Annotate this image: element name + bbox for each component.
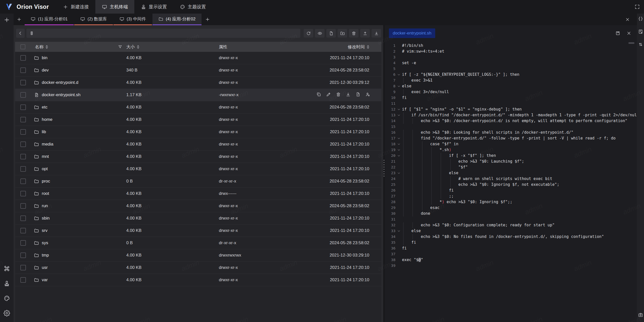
row-checkbox[interactable] (20, 117, 26, 122)
rail-doc-bookmark-button[interactable] (638, 29, 643, 35)
new-folder-button[interactable] (338, 29, 347, 38)
file-row-srv[interactable]: srv4.00 KBdrwxr-xr-x2021-11-24 17:20:10 (15, 225, 381, 237)
copy-action-button[interactable] (316, 92, 321, 98)
close-editor-button[interactable] (625, 29, 633, 37)
file-row-docker-entrypoint.d[interactable]: docker-entrypoint.d4.00 KBdrwxr-xr-x2021… (15, 77, 381, 89)
row-checkbox[interactable] (20, 178, 26, 184)
sort-name-icon[interactable] (46, 45, 48, 49)
row-checkbox[interactable] (20, 240, 26, 246)
fold-toggle[interactable] (395, 141, 402, 147)
row-checkbox[interactable] (20, 129, 26, 135)
preview-button[interactable] (315, 29, 325, 38)
menu-item-display-settings[interactable]: 显示设置 (134, 0, 173, 14)
delete-button[interactable] (349, 29, 358, 38)
add-tab-button[interactable] (202, 14, 213, 25)
code-text: set -e (402, 60, 637, 66)
close-panel-icon[interactable] (625, 17, 630, 22)
menu-item-new-connection[interactable]: 新建连接 (56, 0, 95, 14)
row-checkbox[interactable] (20, 104, 26, 110)
save-file-button[interactable] (614, 29, 622, 37)
file-row-usr[interactable]: usr4.00 KBdrwxr-xr-x2021-11-24 17:20:10 (15, 262, 381, 274)
panel-splitter[interactable] (383, 25, 385, 322)
fold-toggle[interactable] (395, 106, 402, 112)
row-checkbox[interactable] (20, 92, 26, 98)
edit-action-button[interactable] (326, 92, 331, 98)
fold-toggle[interactable] (395, 147, 402, 153)
rail-palette-button[interactable] (4, 295, 10, 303)
row-checkbox[interactable] (20, 154, 26, 159)
file-mtime: 2021-11-24 17:20:10 (321, 117, 381, 122)
file-row-mnt[interactable]: mnt4.00 KBdrwxr-xr-x2021-11-24 17:20:10 (15, 151, 381, 163)
filter-funnel-icon[interactable] (118, 45, 122, 49)
back-button[interactable] (16, 29, 25, 38)
file-row-sys[interactable]: sys0 Bdr-xr-xr-x2024-05-28 23:58:02 (15, 237, 381, 249)
row-checkbox[interactable] (20, 216, 26, 221)
fold-toggle[interactable] (395, 83, 402, 89)
row-checkbox[interactable] (20, 277, 26, 283)
row-checkbox[interactable] (20, 55, 26, 61)
file-row-proc[interactable]: proc0 Bdr-xr-xr-x2024-05-28 23:58:02 (15, 175, 381, 188)
tab-2[interactable]: (2) 数据库 (74, 14, 113, 25)
editor-file-tab[interactable]: docker-entrypoint.sh (389, 28, 435, 38)
file-row-var[interactable]: var4.00 KBdrwxr-xr-x2021-11-24 17:20:10 (15, 274, 381, 286)
fold-toggle[interactable] (395, 170, 402, 176)
more-file-action-button[interactable] (355, 92, 360, 98)
row-checkbox[interactable] (20, 265, 26, 270)
monitor-icon (31, 17, 35, 21)
fold-toggle[interactable] (395, 72, 402, 78)
rail-braces-button[interactable] (638, 16, 643, 22)
fullscreen-icon[interactable] (634, 4, 640, 10)
permission-action-button[interactable] (365, 92, 370, 98)
new-file-button[interactable] (326, 29, 336, 38)
row-checkbox[interactable] (20, 203, 26, 209)
rail-screenshot-button[interactable] (638, 312, 643, 318)
fold-toggle[interactable] (395, 135, 402, 141)
file-row-root[interactable]: root4.00 KBdrwx------2021-11-24 17:20:10 (15, 188, 381, 200)
upload-button[interactable] (360, 29, 370, 38)
file-row-bin[interactable]: bin4.00 KBdrwxr-xr-x2021-11-24 17:20:10 (15, 52, 381, 64)
header-checkbox[interactable] (20, 44, 25, 49)
path-input[interactable] (26, 29, 300, 38)
refresh-button[interactable] (304, 29, 313, 38)
code-editor[interactable]: 1#!/bin/sh2# vim:sw=4:ts=4:et34set -e56i… (385, 41, 637, 322)
file-row-opt[interactable]: opt4.00 KBdrwxr-xr-x2021-11-24 17:20:10 (15, 163, 381, 175)
rail-stamp-button[interactable] (4, 280, 10, 288)
file-row-sbin[interactable]: sbin4.00 KBdrwxr-xr-x2021-11-24 17:20:10 (15, 212, 381, 225)
row-checkbox[interactable] (20, 253, 26, 258)
delete-action-button[interactable] (336, 92, 341, 98)
editor-scrollbar-thumb[interactable] (628, 42, 634, 44)
file-row-media[interactable]: media4.00 KBdrwxr-xr-x2021-11-24 17:20:1… (15, 138, 381, 151)
code-line: 12if [ "$1" = "nginx" -o "$1" = "nginx-d… (385, 106, 637, 112)
download-button[interactable] (372, 29, 381, 38)
add-tab-left-button[interactable] (14, 14, 25, 25)
row-checkbox[interactable] (20, 191, 26, 196)
file-row-dev[interactable]: dev340 Bdrwxr-xr-x2024-05-28 23:58:02 (15, 64, 381, 77)
fold-toggle[interactable] (395, 153, 402, 159)
menu-item-host-terminal[interactable]: 主机终端 (95, 0, 134, 14)
file-name: etc (42, 105, 48, 110)
file-row-home[interactable]: home4.00 KBdrwxr-xr-x2021-11-24 17:20:10 (15, 114, 381, 126)
row-checkbox[interactable] (20, 80, 26, 85)
file-row-run[interactable]: run4.00 KBdrwxr-xr-x2024-05-28 23:58:02 (15, 200, 381, 212)
row-checkbox[interactable] (20, 67, 26, 73)
row-checkbox[interactable] (20, 166, 26, 172)
rail-settings-button[interactable] (4, 310, 10, 317)
rail-sort-updown-button[interactable] (638, 42, 643, 48)
sort-size-icon[interactable] (137, 45, 139, 49)
download-action-button[interactable] (346, 92, 351, 98)
row-checkbox[interactable] (20, 228, 26, 233)
tab-1[interactable]: (1) 应用-分析01 (25, 14, 74, 25)
rail-command-button[interactable] (4, 265, 10, 273)
file-row-tmp[interactable]: tmp4.00 KBdrwxrwxrwx2021-12-30 03:29:10 (15, 249, 381, 262)
row-checkbox[interactable] (20, 141, 26, 147)
fold-toggle[interactable] (395, 112, 402, 118)
file-row-docker-entrypoint.sh[interactable]: docker-entrypoint.sh1.17 KB-rwxrwxr-x (15, 89, 381, 101)
menu-item-theme-settings[interactable]: 主题设置 (173, 0, 212, 14)
sort-mtime-icon[interactable] (367, 45, 369, 49)
tab-3[interactable]: (3) 中间件 (113, 14, 152, 25)
file-row-lib[interactable]: lib4.00 KBdrwxr-xr-x2021-11-24 17:20:10 (15, 126, 381, 138)
file-row-etc[interactable]: etc4.00 KBdrwxr-xr-x2024-05-28 23:58:02 (15, 101, 381, 114)
rail-add-button[interactable] (4, 17, 10, 24)
tab-4[interactable]: (4) 应用-分析02 (152, 14, 202, 25)
fold-toggle[interactable] (395, 228, 402, 234)
